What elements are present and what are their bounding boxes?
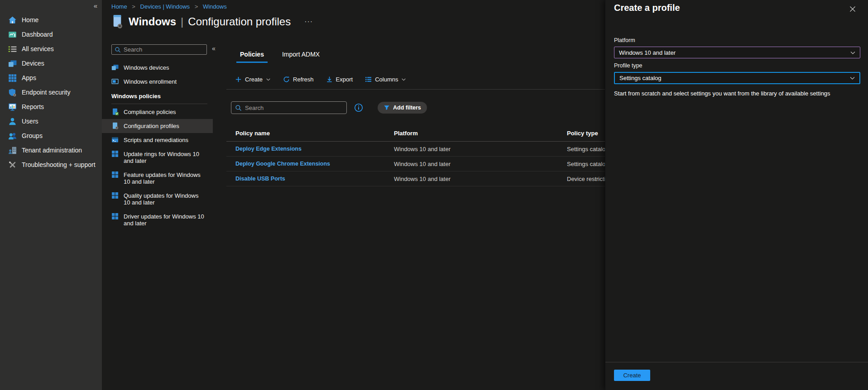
sidebar-item-label: Dashboard — [22, 31, 53, 38]
sidebar-item-endpoint-security[interactable]: Endpoint security — [0, 85, 102, 100]
nav-item-label: Windows devices — [124, 64, 169, 71]
sidebar-item-label: Endpoint security — [22, 89, 70, 96]
sidebar-item-tenant-administration[interactable]: Tenant administration — [0, 143, 102, 157]
policy-link[interactable]: Disable USB Ports — [235, 176, 394, 182]
flyout-create-button[interactable]: Create — [614, 370, 650, 381]
sidebar-item-label: Troubleshooting + support — [22, 161, 96, 168]
nav-item-windows-devices[interactable]: Windows devices — [102, 61, 213, 75]
toolbar: Create Refresh Export — [235, 73, 406, 85]
terminal-icon — [111, 136, 119, 143]
windows-policies-section-header: Windows policies — [102, 89, 213, 103]
sidebar-item-home[interactable]: Home — [0, 13, 102, 27]
chevron-down-icon — [266, 77, 271, 82]
reports-icon — [8, 103, 17, 111]
grid-search[interactable] — [231, 101, 347, 114]
nav-item-label: Configuration profiles — [124, 123, 179, 129]
nav-item-label: Driver updates for Windows 10 and later — [124, 213, 205, 227]
windows-logo-icon — [111, 213, 119, 220]
profile-type-dropdown-value: Settings catalog — [619, 75, 662, 81]
filter-icon — [384, 105, 390, 111]
secondary-nav-items: Windows devices Windows enrollment Windo… — [102, 61, 213, 230]
tabs: Policies Import ADMX — [239, 51, 321, 63]
refresh-button[interactable]: Refresh — [283, 76, 314, 83]
close-icon[interactable] — [848, 5, 857, 14]
nav-item-label: Scripts and remediations — [124, 137, 188, 143]
column-header-platform: Platform — [394, 130, 567, 137]
columns-button[interactable]: Columns — [365, 76, 406, 83]
nav-item-label: Compliance policies — [124, 109, 176, 115]
compliance-policies-icon — [111, 108, 119, 115]
nav-item-compliance-policies[interactable]: Compliance policies — [102, 105, 213, 119]
nav-item-label: Quality updates for Windows 10 and later — [124, 192, 205, 206]
group-icon — [8, 132, 17, 140]
profile-type-dropdown[interactable]: Settings catalog — [614, 72, 860, 84]
policy-platform: Windows 10 and later — [394, 161, 567, 167]
main-sidebar: « Home Dashboard All services Devices — [0, 0, 102, 390]
sidebar-item-devices[interactable]: Devices — [0, 56, 102, 71]
sidebar-item-label: Tenant administration — [22, 147, 82, 154]
sidebar-item-dashboard[interactable]: Dashboard — [0, 27, 102, 42]
policy-link[interactable]: Deploy Edge Extensions — [235, 146, 394, 152]
secondary-nav-search-input[interactable] — [124, 46, 204, 53]
secondary-nav: Windows devices Windows enrollment Windo… — [102, 0, 213, 390]
profile-type-label: Profile type — [614, 62, 643, 69]
export-button[interactable]: Export — [326, 76, 353, 83]
flyout-title: Create a profile — [614, 3, 680, 13]
refresh-icon — [283, 76, 290, 83]
windows-logo-icon — [111, 192, 119, 199]
columns-icon — [365, 76, 372, 83]
chevron-down-icon — [850, 50, 856, 56]
nav-item-quality-updates[interactable]: Quality updates for Windows 10 and later — [102, 189, 213, 209]
devices-icon — [8, 59, 17, 68]
info-icon[interactable] — [354, 103, 363, 112]
nav-item-driver-updates[interactable]: Driver updates for Windows 10 and later — [102, 209, 213, 230]
secondary-nav-search[interactable] — [111, 44, 207, 55]
nav-item-label: Feature updates for Windows 10 and later — [124, 171, 205, 185]
tab-policies[interactable]: Policies — [239, 51, 265, 63]
policy-link[interactable]: Deploy Google Chrome Extensions — [235, 161, 394, 167]
platform-dropdown[interactable]: Windows 10 and later — [614, 47, 860, 58]
download-icon — [326, 76, 333, 83]
nav-item-update-rings[interactable]: Update rings for Windows 10 and later — [102, 147, 213, 168]
sidebar-item-reports[interactable]: Reports — [0, 100, 102, 114]
tenant-admin-icon — [8, 146, 17, 155]
sidebar-item-label: Groups — [22, 132, 43, 139]
sidebar-item-groups[interactable]: Groups — [0, 128, 102, 143]
flyout-footer-divider — [605, 362, 868, 362]
filter-row: Add filters — [231, 101, 427, 114]
sidebar-item-label: Apps — [22, 74, 36, 81]
policy-platform: Windows 10 and later — [394, 176, 567, 182]
sidebar-collapse-icon[interactable]: « — [94, 2, 97, 10]
home-icon — [8, 16, 17, 24]
platform-dropdown-value: Windows 10 and later — [619, 49, 676, 56]
nav-item-scripts-remediations[interactable]: Scripts and remediations — [102, 133, 213, 147]
nav-item-windows-enrollment[interactable]: Windows enrollment — [102, 75, 213, 89]
grid-search-input[interactable] — [245, 105, 343, 111]
tab-import-admx[interactable]: Import ADMX — [281, 51, 321, 63]
wrench-icon — [8, 161, 17, 169]
search-icon — [115, 47, 121, 53]
secondary-nav-collapse-icon[interactable]: « — [212, 45, 216, 52]
sidebar-item-label: Reports — [22, 103, 44, 110]
sidebar-item-label: Home — [22, 16, 38, 24]
nav-item-configuration-profiles[interactable]: Configuration profiles — [102, 119, 213, 133]
sidebar-item-label: Users — [22, 118, 38, 125]
sidebar-item-apps[interactable]: Apps — [0, 71, 102, 85]
plus-icon — [235, 76, 242, 83]
create-button[interactable]: Create — [235, 76, 271, 83]
user-icon — [8, 117, 17, 126]
sidebar-item-label: Devices — [22, 60, 44, 67]
all-services-icon — [8, 45, 17, 53]
sidebar-item-users[interactable]: Users — [0, 114, 102, 128]
section-divider — [111, 104, 207, 104]
chevron-down-icon — [849, 75, 855, 81]
main-nav: Home Dashboard All services Devices Apps — [0, 13, 102, 172]
add-filters-label: Add filters — [393, 105, 421, 111]
apps-icon — [8, 74, 17, 82]
add-filters-button[interactable]: Add filters — [378, 102, 427, 114]
windows-devices-icon — [111, 64, 119, 71]
sidebar-item-all-services[interactable]: All services — [0, 42, 102, 56]
sidebar-item-troubleshooting[interactable]: Troubleshooting + support — [0, 157, 102, 172]
nav-item-label: Update rings for Windows 10 and later — [124, 151, 205, 164]
nav-item-feature-updates[interactable]: Feature updates for Windows 10 and later — [102, 168, 213, 189]
